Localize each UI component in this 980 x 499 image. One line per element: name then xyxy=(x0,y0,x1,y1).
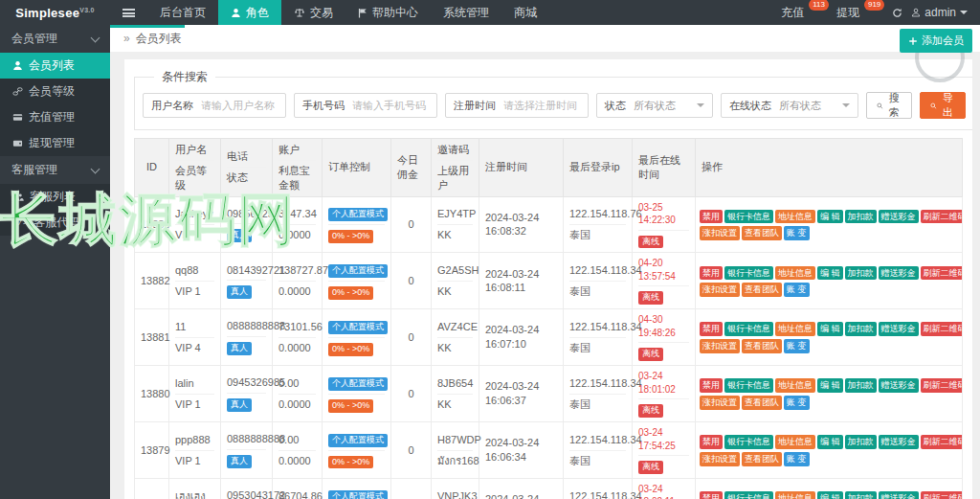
add-member-button[interactable]: 添加会员 xyxy=(900,29,972,53)
username-input[interactable] xyxy=(201,100,285,111)
sidebar-group-members[interactable]: 会员管理 xyxy=(0,25,110,53)
op-button-赠送彩金[interactable]: 赠送彩金 xyxy=(879,266,919,281)
op-button-刷新二维码[interactable]: 刷新二维码 xyxy=(921,322,962,336)
recharge-count-badge[interactable]: 113 xyxy=(809,0,829,11)
refresh-button[interactable] xyxy=(889,6,905,19)
sidebar-item-withdraw-mgmt[interactable]: 提现管理 xyxy=(0,130,110,156)
nav-help-center[interactable]: 帮助中心 xyxy=(345,0,431,25)
op-button-地址信息[interactable]: 地址信息 xyxy=(775,322,815,336)
op-button-银行卡信息[interactable]: 银行卡信息 xyxy=(724,322,773,336)
personal-config-badge[interactable]: 个人配置模式 xyxy=(328,321,388,334)
nav-mall[interactable]: 商城 xyxy=(501,0,549,25)
op-button-地址信息[interactable]: 地址信息 xyxy=(775,491,815,499)
op-button-禁用[interactable]: 禁用 xyxy=(700,378,723,393)
op-button-禁用[interactable]: 禁用 xyxy=(700,266,723,281)
personal-config-badge[interactable]: 个人配置模式 xyxy=(328,208,388,221)
sidebar-item-recharge-mgmt[interactable]: 充值管理 xyxy=(0,104,110,130)
op-button-查看团队[interactable]: 查看团队 xyxy=(742,452,782,466)
op-button-查看团队[interactable]: 查看团队 xyxy=(742,226,782,240)
op-button-涨扣设置[interactable]: 涨扣设置 xyxy=(700,283,740,297)
op-button-禁用[interactable]: 禁用 xyxy=(700,322,723,336)
win-rate-badge[interactable]: 0% - >0% xyxy=(328,286,373,300)
op-button-禁用[interactable]: 禁用 xyxy=(700,210,723,224)
op-button-账变[interactable]: 账 变 xyxy=(784,396,810,410)
op-button-账变[interactable]: 账 变 xyxy=(784,452,810,466)
op-button-加扣款[interactable]: 加扣款 xyxy=(845,378,877,393)
op-button-涨扣设置[interactable]: 涨扣设置 xyxy=(700,396,740,410)
op-button-赠送彩金[interactable]: 赠送彩金 xyxy=(879,322,919,336)
nav-trade[interactable]: 交易 xyxy=(281,0,345,25)
op-button-刷新二维码[interactable]: 刷新二维码 xyxy=(921,435,962,449)
personal-config-badge[interactable]: 个人配置模式 xyxy=(328,490,388,499)
op-button-编辑[interactable]: 编 辑 xyxy=(817,378,843,393)
op-button-涨扣设置[interactable]: 涨扣设置 xyxy=(700,226,740,240)
op-button-刷新二维码[interactable]: 刷新二维码 xyxy=(921,210,962,224)
op-button-禁用[interactable]: 禁用 xyxy=(700,491,723,499)
sidebar-item-member-level[interactable]: 会员等级 xyxy=(0,79,110,104)
op-button-地址信息[interactable]: 地址信息 xyxy=(775,378,815,393)
op-button-涨扣设置[interactable]: 涨扣设置 xyxy=(700,452,740,466)
op-button-加扣款[interactable]: 加扣款 xyxy=(845,322,877,336)
win-rate-badge[interactable]: 0% - >0% xyxy=(328,230,373,243)
op-button-赠送彩金[interactable]: 赠送彩金 xyxy=(879,210,919,224)
nav-dashboard[interactable]: 后台首页 xyxy=(147,0,218,25)
op-button-查看团队[interactable]: 查看团队 xyxy=(742,283,782,297)
nav-roles[interactable]: 角色 xyxy=(218,0,281,25)
op-button-刷新二维码[interactable]: 刷新二维码 xyxy=(921,378,962,393)
op-button-查看团队[interactable]: 查看团队 xyxy=(742,396,782,410)
sidebar-collapse-button[interactable] xyxy=(110,0,147,25)
op-button-账变[interactable]: 账 变 xyxy=(784,339,810,353)
op-button-编辑[interactable]: 编 辑 xyxy=(817,322,843,336)
sidebar-item-member-list[interactable]: 会员列表 xyxy=(0,53,110,79)
op-button-刷新二维码[interactable]: 刷新二维码 xyxy=(921,491,962,499)
recharge-link[interactable]: 充值 xyxy=(778,5,807,21)
op-button-银行卡信息[interactable]: 银行卡信息 xyxy=(724,491,773,499)
op-button-赠送彩金[interactable]: 赠送彩金 xyxy=(879,378,919,393)
op-button-地址信息[interactable]: 地址信息 xyxy=(775,435,815,449)
win-rate-badge[interactable]: 0% - >0% xyxy=(328,456,373,469)
export-button[interactable]: 导 出 xyxy=(920,92,966,119)
phone-input[interactable] xyxy=(352,100,436,111)
win-rate-badge[interactable]: 0% - >0% xyxy=(328,343,373,356)
personal-config-badge[interactable]: 个人配置模式 xyxy=(328,434,388,447)
status-select[interactable]: 所有状态 xyxy=(634,99,697,113)
op-button-赠送彩金[interactable]: 赠送彩金 xyxy=(879,491,919,499)
op-button-加扣款[interactable]: 加扣款 xyxy=(845,435,877,449)
op-button-编辑[interactable]: 编 辑 xyxy=(817,435,843,449)
op-button-账变[interactable]: 账 变 xyxy=(784,283,810,297)
op-button-账变[interactable]: 账 变 xyxy=(784,226,810,240)
op-button-银行卡信息[interactable]: 银行卡信息 xyxy=(724,210,773,224)
op-button-地址信息[interactable]: 地址信息 xyxy=(775,266,815,281)
op-button-加扣款[interactable]: 加扣款 xyxy=(845,210,877,224)
op-button-禁用[interactable]: 禁用 xyxy=(700,435,723,449)
online-status-select[interactable]: 所有状态 xyxy=(779,99,842,113)
personal-config-badge[interactable]: 个人配置模式 xyxy=(328,264,388,278)
op-button-地址信息[interactable]: 地址信息 xyxy=(775,210,815,224)
sidebar-item-service-list[interactable]: 客服列表 xyxy=(0,184,110,210)
op-button-查看团队[interactable]: 查看团队 xyxy=(742,339,782,353)
op-button-银行卡信息[interactable]: 银行卡信息 xyxy=(724,266,773,281)
sidebar-item-service-code[interactable]: </> 客服代码 xyxy=(0,210,110,236)
sidebar-group-service[interactable]: 客服管理 xyxy=(0,156,110,184)
op-button-编辑[interactable]: 编 辑 xyxy=(817,210,843,224)
op-button-编辑[interactable]: 编 辑 xyxy=(817,266,843,281)
nav-system[interactable]: 系统管理 xyxy=(431,0,501,25)
real-user-badge[interactable]: 真人 xyxy=(227,342,252,355)
withdraw-link[interactable]: 提现 xyxy=(834,5,862,21)
register-time-input[interactable] xyxy=(503,100,588,111)
real-user-badge[interactable]: 真人 xyxy=(227,229,252,242)
search-button[interactable]: 搜 索 xyxy=(866,92,912,119)
op-button-刷新二维码[interactable]: 刷新二维码 xyxy=(921,266,962,281)
op-button-编辑[interactable]: 编 辑 xyxy=(817,491,843,499)
withdraw-count-badge[interactable]: 919 xyxy=(864,0,884,11)
op-button-涨扣设置[interactable]: 涨扣设置 xyxy=(700,339,740,353)
op-button-加扣款[interactable]: 加扣款 xyxy=(845,266,877,281)
op-button-加扣款[interactable]: 加扣款 xyxy=(845,491,877,499)
op-button-银行卡信息[interactable]: 银行卡信息 xyxy=(724,378,773,393)
op-button-银行卡信息[interactable]: 银行卡信息 xyxy=(724,435,773,449)
real-user-badge[interactable]: 真人 xyxy=(227,455,252,468)
real-user-badge[interactable]: 真人 xyxy=(227,398,252,412)
personal-config-badge[interactable]: 个人配置模式 xyxy=(328,377,388,391)
op-button-赠送彩金[interactable]: 赠送彩金 xyxy=(879,435,919,449)
user-menu[interactable]: admin xyxy=(908,6,970,19)
